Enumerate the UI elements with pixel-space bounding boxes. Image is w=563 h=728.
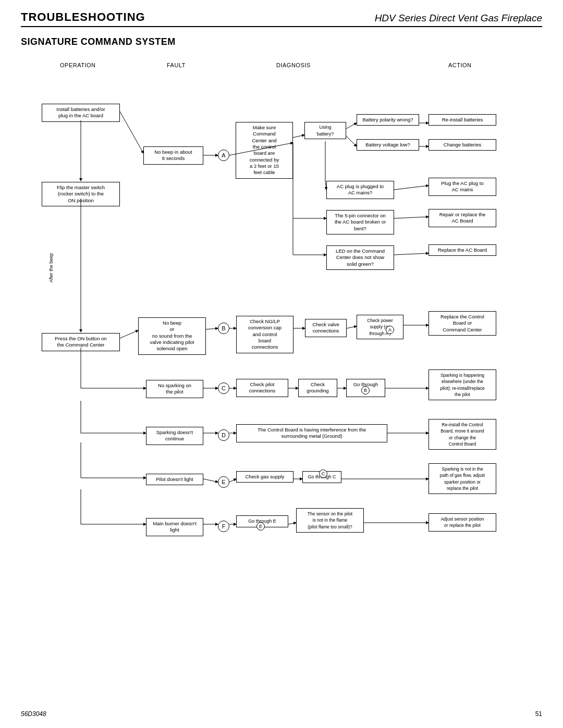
- col-operation: OPERATION: [60, 62, 95, 68]
- box-battery-voltage: Battery voltage low?: [357, 139, 419, 151]
- box-repair-ac-board: Repair or replace the AC Board: [429, 209, 496, 227]
- circle-c-ref: C: [319, 470, 327, 478]
- diagram-area: OPERATION FAULT DIAGNOSIS ACTION Install…: [21, 62, 542, 531]
- footer-left: 56D3048: [21, 710, 46, 718]
- box-reinstall-batteries: Re-install batteries: [429, 114, 496, 126]
- box-pilot-no-light: Pilot doesn't light: [146, 474, 203, 485]
- footer: 56D3048 51: [21, 710, 542, 718]
- svg-line-39: [203, 479, 218, 482]
- box-sparking-elsewhere: Sparking is happening elsewhere (under t…: [429, 369, 496, 400]
- circle-D: D: [218, 429, 229, 441]
- circle-C: C: [218, 382, 229, 394]
- section-title: SIGNATURE COMMAND SYSTEM: [21, 36, 542, 47]
- box-led-command: LED on the Command Center does not show …: [326, 245, 394, 270]
- box-replace-ac-board: Replace the AC Board: [429, 244, 496, 256]
- svg-line-20: [206, 328, 218, 329]
- box-check-nglp: Check NG/LP conversion cap and control b…: [236, 316, 293, 353]
- svg-line-23: [347, 326, 357, 328]
- circle-B: B: [218, 323, 229, 334]
- svg-line-5: [293, 135, 304, 138]
- box-press-on: Press the ON button on the Command Cente…: [42, 333, 120, 351]
- footer-right: 51: [535, 710, 542, 718]
- box-using-battery: Using battery?: [304, 122, 346, 139]
- box-ac-plug-plugged: AC plug is plugged to AC mains?: [326, 181, 394, 199]
- circle-A: A: [218, 150, 229, 161]
- svg-line-2: [120, 112, 143, 153]
- box-check-gas-supply: Check gas supply: [236, 471, 293, 483]
- box-flip-master: Flip the master switch (rocker switch) t…: [42, 182, 120, 206]
- box-check-pilot-connections: Check pilot connections: [236, 379, 288, 397]
- svg-line-17: [394, 217, 429, 218]
- box-no-beep-8s: No beep in about 8 seconds: [143, 146, 203, 165]
- col-diagnosis: DIAGNOSIS: [276, 62, 311, 68]
- box-sparking-not-path: Sparking is not in the path of gas flow,…: [429, 463, 496, 494]
- circle-E: E: [218, 476, 229, 488]
- svg-line-16: [394, 186, 429, 190]
- svg-line-7: [346, 136, 357, 146]
- box-check-valve: Check valve connections: [305, 319, 347, 337]
- box-change-batteries: Change batteries: [429, 139, 496, 151]
- box-replace-control-board: Replace the Control Board or Command Cen…: [429, 311, 496, 336]
- header-title: TROUBLESHOOTING: [21, 10, 145, 24]
- svg-line-47: [288, 523, 296, 524]
- box-sparking-no-continue: Sparking doesn't continue: [146, 427, 203, 445]
- svg-line-18: [394, 253, 429, 255]
- box-check-grounding: Check grounding: [298, 379, 337, 397]
- header-subtitle: HDV Series Direct Vent Gas Fireplace: [375, 13, 542, 24]
- box-no-beep-valve: No beep or no sound from the valve indic…: [138, 317, 206, 355]
- box-5pin-connector: The 5-pin connector on the AC board brok…: [326, 210, 394, 235]
- header: TROUBLESHOOTING HDV Series Direct Vent G…: [21, 10, 542, 27]
- circle-b-ref-2: B: [361, 386, 370, 394]
- circle-e-ref: E: [256, 522, 265, 530]
- col-fault: FAULT: [167, 62, 186, 68]
- box-battery-polarity: Battery polarity wrong?: [357, 114, 419, 126]
- box-make-sure: Make sure Command Center and the control…: [236, 122, 293, 179]
- col-action: ACTION: [448, 62, 472, 68]
- svg-line-19: [120, 330, 138, 338]
- box-no-sparking: No sparking on the pilot: [146, 380, 203, 398]
- box-adjust-sensor: Adjust sensor position or replace the pi…: [429, 513, 496, 532]
- box-main-burner: Main burner doesn't light: [146, 518, 203, 536]
- circle-F: F: [218, 521, 229, 532]
- sidebar-text: After the beep: [48, 253, 54, 283]
- box-check-power-supply: Check power supply (go through A ): [357, 315, 403, 339]
- circle-a-ref: A: [386, 326, 394, 334]
- svg-line-40: [229, 479, 236, 482]
- box-plug-ac-mains: Plug the AC plug to AC mains: [429, 178, 496, 196]
- page: TROUBLESHOOTING HDV Series Direct Vent G…: [0, 0, 563, 728]
- box-install-batteries: Install batteries and/or plug in the AC …: [42, 104, 120, 122]
- svg-line-6: [346, 123, 357, 129]
- box-control-board-interference: The Control Board is having interference…: [236, 424, 387, 442]
- box-reinstall-control-board: Re-install the Control Board, move it ar…: [429, 419, 496, 450]
- box-sensor-not-in-flame: The sensor on the pilot is not in the fl…: [296, 508, 364, 533]
